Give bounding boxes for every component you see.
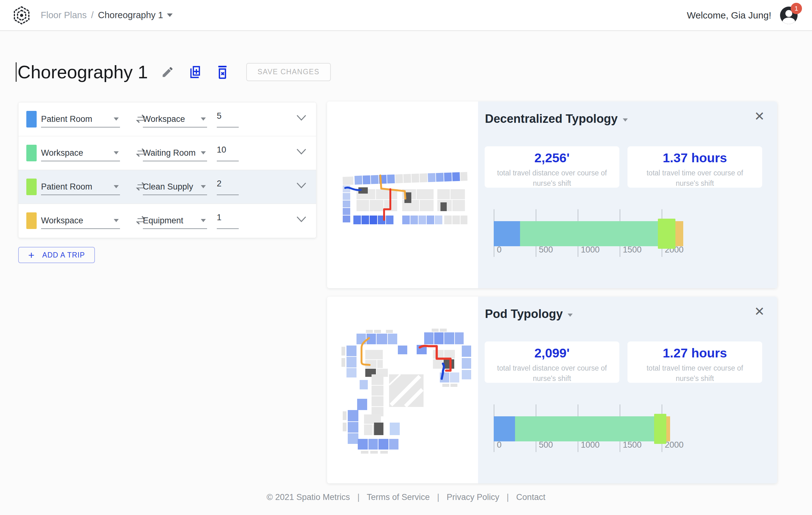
chevron-down-icon bbox=[114, 219, 119, 222]
chevron-down-icon bbox=[201, 185, 206, 188]
plan-title-input[interactable]: Choreography 1 bbox=[16, 61, 148, 82]
trip-color-swatch bbox=[26, 111, 37, 127]
typology-title-dropdown[interactable]: Decentralized Typology bbox=[485, 112, 628, 125]
floor-plan-pane bbox=[327, 102, 478, 288]
add-trip-button[interactable]: + ADD A TRIP bbox=[18, 247, 95, 263]
breadcrumb-current-dropdown[interactable]: Choreography 1 bbox=[98, 10, 173, 20]
typology-info-pane: Pod Typology ✕ 2,099' total travel dista… bbox=[478, 297, 777, 483]
time-value: 1.37 hours bbox=[628, 151, 762, 165]
chart-tick-label: 0 bbox=[497, 245, 501, 255]
top-navbar: Floor Plans / Choreography 1 Welcome, Gi… bbox=[0, 0, 812, 31]
typology-title-dropdown[interactable]: Pod Typology bbox=[485, 307, 573, 321]
add-trip-label: ADD A TRIP bbox=[42, 251, 85, 259]
floor-plan-pane bbox=[327, 297, 478, 483]
trip-to-select[interactable]: Clean Supply bbox=[143, 179, 207, 195]
distance-caption: total travel distance over course of nur… bbox=[492, 363, 611, 384]
time-caption: total travel time over course of nurse's… bbox=[635, 363, 754, 384]
typology-card-decentralized: Decentralized Typology ✕ 2,256' total tr… bbox=[327, 102, 777, 288]
distance-value: 2,099' bbox=[485, 346, 619, 361]
footer-link-terms[interactable]: Terms of Service bbox=[367, 492, 430, 502]
trash-x-icon bbox=[216, 65, 229, 79]
trip-to-label: Waiting Room bbox=[143, 148, 196, 158]
copyright-text: © 2021 Spatio Metrics bbox=[267, 492, 350, 502]
chevron-down-icon bbox=[201, 117, 206, 121]
trip-from-select[interactable]: Patient Room bbox=[41, 111, 120, 127]
trip-count-input[interactable]: 1 bbox=[217, 213, 239, 229]
distance-caption: total travel distance over course of nur… bbox=[492, 168, 611, 189]
chart-segment-workspace-equipment bbox=[675, 221, 683, 246]
expand-chevron-icon[interactable] bbox=[296, 216, 307, 223]
footer-separator: | bbox=[357, 492, 360, 502]
spatio-metrics-logo-icon[interactable] bbox=[12, 6, 31, 25]
distance-stat-card: 2,256' total travel distance over course… bbox=[485, 146, 619, 188]
footer-separator: | bbox=[506, 492, 509, 502]
footer-separator: | bbox=[437, 492, 439, 502]
chart-tick-label: 500 bbox=[539, 440, 553, 450]
notification-badge: 1 bbox=[791, 3, 802, 14]
footer-link-privacy[interactable]: Privacy Policy bbox=[447, 492, 499, 502]
expand-chevron-icon[interactable] bbox=[296, 114, 307, 121]
trip-from-select[interactable]: Patient Room bbox=[41, 179, 120, 195]
expand-chevron-icon[interactable] bbox=[296, 182, 307, 189]
delete-plan-button[interactable] bbox=[216, 65, 229, 79]
chart-tick-label: 0 bbox=[497, 440, 501, 450]
edit-title-button[interactable] bbox=[161, 65, 174, 79]
chart-tick-label: 1000 bbox=[581, 245, 600, 255]
trip-to-select[interactable]: Equipment bbox=[143, 213, 207, 229]
floor-plan-pod bbox=[339, 322, 474, 456]
trip-to-select[interactable]: Workspace bbox=[143, 111, 207, 127]
chevron-down-icon bbox=[568, 314, 573, 317]
trip-count-input[interactable]: 10 bbox=[217, 145, 239, 161]
trip-color-swatch bbox=[26, 145, 37, 161]
trip-count-input[interactable]: 5 bbox=[217, 111, 239, 127]
typology-title: Decentralized Typology bbox=[485, 112, 618, 125]
trip-color-swatch bbox=[26, 178, 37, 195]
breadcrumb-separator: / bbox=[91, 10, 94, 20]
chart-tick-label: 1500 bbox=[623, 440, 642, 450]
breadcrumb-floor-plans-link[interactable]: Floor Plans bbox=[41, 10, 87, 20]
trip-from-select[interactable]: Workspace bbox=[41, 213, 120, 229]
time-caption: total travel time over course of nurse's… bbox=[635, 168, 754, 189]
chart-segment-patient-room-clean-supply bbox=[654, 414, 666, 444]
chart-segment-workspace-waiting-room bbox=[515, 416, 654, 441]
trip-from-label: Patient Room bbox=[41, 114, 92, 124]
pencil-icon bbox=[161, 65, 174, 79]
chart-tick-label: 1500 bbox=[623, 245, 642, 255]
travel-distance-chart: 0500100015002000 bbox=[494, 404, 713, 452]
expand-chevron-icon[interactable] bbox=[296, 148, 307, 155]
trip-to-label: Equipment bbox=[143, 216, 183, 226]
close-card-button[interactable]: ✕ bbox=[754, 304, 765, 319]
trip-row-selected[interactable]: Patient Room Clean Supply 2 bbox=[19, 170, 316, 204]
trip-row[interactable]: Workspace Equipment 1 bbox=[19, 204, 316, 238]
typology-info-pane: Decentralized Typology ✕ 2,256' total tr… bbox=[478, 102, 777, 288]
chart-segment-workspace-equipment bbox=[666, 416, 670, 441]
trips-panel: Patient Room Workspace 5 Workspace Waiti… bbox=[18, 102, 316, 238]
trip-from-label: Workspace bbox=[41, 216, 83, 226]
trip-row[interactable]: Workspace Waiting Room 10 bbox=[19, 136, 316, 170]
trip-from-label: Patient Room bbox=[41, 182, 92, 192]
text-cursor bbox=[16, 62, 17, 82]
trip-count-input[interactable]: 2 bbox=[217, 179, 239, 195]
distance-stat-card: 2,099' total travel distance over course… bbox=[485, 341, 619, 383]
trip-from-select[interactable]: Workspace bbox=[41, 145, 120, 161]
time-stat-card: 1.37 hours total travel time over course… bbox=[628, 146, 762, 188]
footer: © 2021 Spatio Metrics | Terms of Service… bbox=[0, 492, 812, 502]
typology-card-pod: Pod Typology ✕ 2,099' total travel dista… bbox=[327, 297, 777, 483]
duplicate-plan-button[interactable] bbox=[188, 65, 202, 79]
footer-link-contact[interactable]: Contact bbox=[516, 492, 545, 502]
chevron-down-icon bbox=[201, 151, 206, 154]
chevron-down-icon bbox=[114, 117, 119, 121]
close-card-button[interactable]: ✕ bbox=[754, 109, 765, 123]
chevron-down-icon bbox=[201, 219, 206, 222]
trip-color-swatch bbox=[26, 212, 37, 229]
chevron-down-icon bbox=[114, 185, 119, 188]
chart-tick-label: 1000 bbox=[581, 440, 600, 450]
save-changes-button[interactable]: SAVE CHANGES bbox=[246, 63, 331, 81]
trip-to-select[interactable]: Waiting Room bbox=[143, 145, 207, 161]
stacked-bar bbox=[494, 221, 683, 246]
duplicate-icon bbox=[188, 65, 202, 79]
chevron-down-icon bbox=[114, 151, 119, 154]
trip-row[interactable]: Patient Room Workspace 5 bbox=[19, 103, 316, 136]
user-avatar[interactable]: 1 bbox=[780, 7, 798, 24]
chart-segment-patient-room-clean-supply bbox=[658, 219, 675, 249]
